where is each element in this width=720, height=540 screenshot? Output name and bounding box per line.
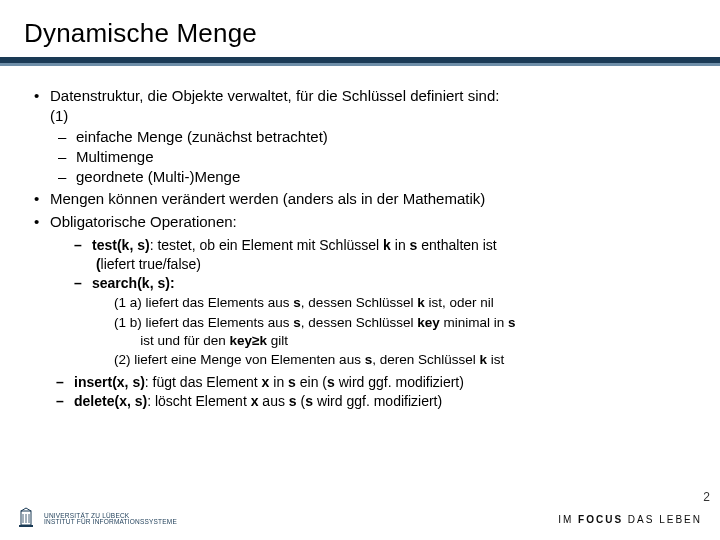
bullet-2: Mengen können verändert werden (anders a… [28,189,696,209]
sub-2: Multimenge [58,147,696,167]
search-2: (2) liefert eine Menge von Elementen aus… [114,351,696,369]
s-a-k: k [417,295,425,310]
s-b-line2end: gilt [267,333,288,348]
op-test-name: test [92,237,117,253]
s-c-k: k [479,352,487,367]
op-insert-s2: s [288,374,296,390]
svg-rect-4 [19,525,33,527]
footer-right: IM FOCUS DAS LEBEN [558,514,702,525]
op-delete: delete(x, s): löscht Element x aus s (s … [56,392,696,411]
bullet-1-sublist: einfache Menge (zunächst betrachtet) Mul… [50,127,696,188]
uni-line2: INSTITUT FÜR INFORMATIONSSYSTEME [44,519,177,526]
page-number: 2 [703,490,710,504]
bullet-1-line2: (1) [50,107,68,124]
s-b-s: s [293,315,301,330]
op-test-s: s [137,237,145,253]
op-search-colon: : [170,275,175,291]
op-delete-s2: s [289,393,297,409]
op-delete-x: x [119,393,127,409]
op-test-sub-rest: liefert true/false) [101,256,201,272]
op-insert-end: ein ( [296,374,327,390]
ops-list-2: insert(x, s): fügt das Element x in s ei… [50,373,696,411]
s-a-mid: , dessen Schlüssel [301,295,417,310]
search-1b: (1 b) liefert das Elements aus s, dessen… [114,314,696,350]
op-insert-after: : fügt das Element [145,374,262,390]
op-insert: insert(x, s): fügt das Element x in s ei… [56,373,696,392]
search-sublist: (1 a) liefert das Elements aus s, dessen… [92,294,696,369]
slide: Dynamische Menge Datenstruktur, die Obje… [0,0,720,540]
s-a-pre: (1 a) liefert das Elements aus [114,295,293,310]
search-1a: (1 a) liefert das Elements aus s, dessen… [114,294,696,312]
footer-left: UNIVERSITÄT ZU LÜBECK INSTITUT FÜR INFOR… [14,507,177,531]
op-insert-x: x [117,374,125,390]
focus-bold: FOCUS [578,514,623,525]
sub-3: geordnete (Multi-)Menge [58,167,696,187]
s-c-pre: (2) liefert eine Menge von Elementen aus [114,352,365,367]
s-b-s2: s [508,315,516,330]
s-b-mid: , dessen Schlüssel [301,315,417,330]
op-test: test(k, s): testet, ob ein Element mit S… [74,236,696,274]
bar-light [0,63,720,66]
s-c-mid: , deren Schlüssel [372,352,479,367]
bullet-list: Datenstruktur, die Objekte verwaltet, fü… [24,86,696,411]
op-insert-mid: in [269,374,288,390]
op-delete-s: s [135,393,143,409]
op-delete-s3: s [305,393,313,409]
footer: UNIVERSITÄT ZU LÜBECK INSTITUT FÜR INFOR… [0,506,720,532]
bullet-1: Datenstruktur, die Objekte verwaltet, fü… [28,86,696,187]
op-insert-name: insert [74,374,112,390]
s-b-end: minimal in [440,315,508,330]
op-test-end: enthalten ist [417,237,496,253]
page-title: Dynamische Menge [24,18,696,49]
op-delete-name: delete [74,393,114,409]
op-test-k2: k [383,237,391,253]
focus-rest: DAS LEBEN [623,514,702,525]
s-b-line2a: ist und für den [140,333,229,348]
op-search: search(k, s): (1 a) liefert das Elements… [74,274,696,370]
op-delete-after: : löscht Element [147,393,251,409]
title-underline [0,57,720,66]
bullet-3: Obligatorische Operationen: test(k, s): … [28,212,696,412]
s-b-pre: (1 b) liefert das Elements aus [114,315,293,330]
s-a-end: ist, oder nil [425,295,494,310]
university-logo-icon [14,507,38,531]
op-insert-s: s [132,374,140,390]
op-insert-end2: wird ggf. modifiziert) [335,374,464,390]
ops-list: test(k, s): testet, ob ein Element mit S… [50,236,696,370]
op-delete-end: ( [297,393,306,409]
bullet-1-line1: Datenstruktur, die Objekte verwaltet, fü… [50,87,499,104]
op-insert-s3: s [327,374,335,390]
university-text: UNIVERSITÄT ZU LÜBECK INSTITUT FÜR INFOR… [44,513,177,526]
op-test-comma: , [129,237,137,253]
s-a-s: s [293,295,301,310]
op-test-mid: in [391,237,410,253]
focus-im: IM [558,514,578,525]
sub-1: einfache Menge (zunächst betrachtet) [58,127,696,147]
content: Datenstruktur, die Objekte verwaltet, fü… [24,86,696,411]
op-test-after: : testet, ob ein Element mit Schlüssel [150,237,383,253]
op-delete-comma: , [127,393,135,409]
bullet-3-text: Obligatorische Operationen: [50,213,237,230]
s-b-key: key [417,315,440,330]
op-search-name: search [92,275,137,291]
s-b-line2k: key≥k [230,333,267,348]
op-delete-end2: wird ggf. modifiziert) [313,393,442,409]
op-delete-mid: aus [258,393,288,409]
s-c-end: ist [487,352,504,367]
op-search-k: k [142,275,150,291]
